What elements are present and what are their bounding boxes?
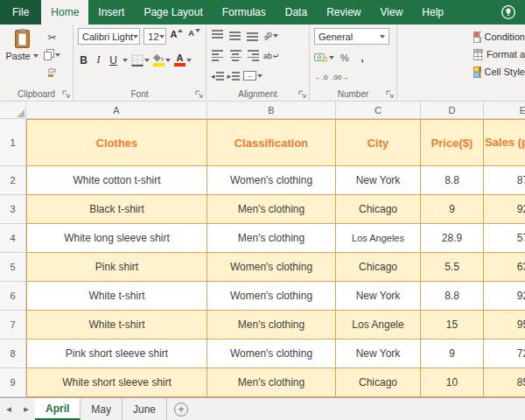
fill-color-button[interactable] [153,52,171,67]
cell[interactable]: Chicago [336,253,421,282]
cell[interactable]: Clothes [26,119,207,166]
cell[interactable]: 8.8 [421,166,484,195]
copy-button[interactable] [44,47,60,62]
format-as-table-button[interactable]: Format a [473,46,525,63]
cell[interactable]: 28.9 [421,224,484,253]
help-tab[interactable]: Help [412,0,453,24]
increase-indent-button[interactable]: ▸ [228,72,241,80]
cell[interactable]: 92 [484,282,525,311]
row-header[interactable]: 3 [0,195,26,224]
cell[interactable]: Pink shirt [26,253,207,282]
wrap-text-button[interactable]: ab↵ [263,48,280,63]
cell[interactable]: Chicago [336,368,421,397]
format-painter-button[interactable] [44,65,60,80]
cell[interactable]: Women's clothing [207,166,336,195]
cell[interactable]: Los Angeles [336,224,421,253]
formulas-tab[interactable]: Formulas [213,0,276,24]
align-center-icon[interactable] [228,50,242,61]
data-tab[interactable]: Data [276,0,317,24]
review-tab[interactable]: Review [317,0,370,24]
align-left-icon[interactable] [211,50,225,61]
decrease-decimal-button[interactable]: .00→ [332,70,348,85]
cell[interactable]: White t-shirt [26,311,207,340]
cell[interactable]: Classification [207,119,336,166]
file-tab[interactable]: File [0,0,41,24]
row-header[interactable]: 1 [0,119,26,166]
cell[interactable]: 85 [484,368,525,397]
font-name-combo[interactable]: Calibri Light [78,28,140,45]
font-size-combo[interactable]: 12 [144,28,166,45]
underline-dropdown-icon[interactable] [122,59,128,62]
cell[interactable]: 87 [484,166,525,195]
cell[interactable]: City [336,119,421,166]
cell[interactable]: Men's clothing [207,368,336,397]
cell[interactable]: Men's clothing [207,224,336,253]
column-header-e[interactable]: E [484,102,525,119]
row-header[interactable]: 8 [0,340,26,368]
page-layout-tab[interactable]: Page Layout [134,0,212,24]
cell[interactable]: 10 [421,368,484,397]
row-header[interactable]: 2 [0,166,26,195]
borders-button[interactable] [131,52,150,67]
cell[interactable]: Women's clothing [207,282,336,311]
cell[interactable]: New York [336,340,421,368]
column-header-c[interactable]: C [336,102,421,119]
cell-styles-button[interactable]: Cell Style [473,63,525,80]
cell[interactable]: 57 [484,224,525,253]
view-tab[interactable]: View [371,0,413,24]
conditional-formatting-button[interactable]: Condition [473,28,525,46]
cell[interactable]: 95 [484,311,525,340]
row-header[interactable]: 9 [0,368,26,397]
row-header[interactable]: 4 [0,224,26,253]
cell[interactable]: 8.8 [421,282,484,311]
cell[interactable]: Black t-shirt [26,195,207,224]
tell-me-lightbulb-icon[interactable] [492,0,525,24]
column-header-d[interactable]: D [421,102,484,119]
row-header[interactable]: 6 [0,282,26,311]
number-dialog-launcher[interactable] [386,90,395,99]
increase-decimal-button[interactable]: ←.0 [314,70,328,85]
cell[interactable]: Los Angele [336,311,421,340]
clipboard-dialog-launcher[interactable] [62,90,71,99]
cell[interactable]: White short sleeve shirt [26,368,207,397]
row-header[interactable]: 7 [0,311,26,340]
cell[interactable]: Women's clothing [207,253,336,282]
sheet-nav-left-icon[interactable]: ◂ [0,398,18,420]
merge-center-button[interactable]: ↔ [243,68,262,83]
number-format-combo[interactable]: General [314,28,389,45]
cell[interactable]: 92 [484,195,525,224]
orientation-button[interactable]: ab [263,28,278,43]
cell[interactable]: 5.5 [421,253,484,282]
alignment-dialog-launcher[interactable] [298,90,307,99]
comma-style-button[interactable]: , [355,50,369,65]
paste-button[interactable]: Paste [4,28,39,80]
sheet-tab-april[interactable]: April [35,398,80,420]
align-top-icon[interactable] [211,30,225,41]
cell[interactable]: 15 [421,311,484,340]
shrink-font-button[interactable]: A [187,29,201,44]
column-header-b[interactable]: B [207,102,336,119]
insert-tab[interactable]: Insert [88,0,134,24]
cell[interactable]: Sales (pieces) [484,119,525,166]
cell[interactable]: 9 [421,195,484,224]
column-header-a[interactable]: A [26,102,207,119]
font-dialog-launcher[interactable] [195,90,204,99]
cell[interactable]: 63 [484,253,525,282]
home-tab[interactable]: Home [41,0,88,24]
cell[interactable]: White t-shirt [26,282,207,311]
percent-style-button[interactable]: % [338,50,352,65]
cut-button[interactable]: ✂ [44,30,60,45]
add-sheet-button[interactable]: + [174,402,188,416]
cell[interactable]: White cotton t-shirt [26,166,207,195]
cell[interactable]: Price($) [421,119,484,166]
align-right-icon[interactable] [246,50,260,61]
sheet-tab-may[interactable]: May [80,398,122,420]
cell[interactable]: Men's clothing [207,195,336,224]
cell[interactable]: 9 [421,340,484,368]
cell[interactable]: Men's clothing [207,311,336,340]
font-color-button[interactable]: A [174,52,192,67]
underline-button[interactable]: U [108,52,119,67]
cell[interactable]: Women's clothing [207,340,336,368]
select-all-corner[interactable] [0,102,26,119]
cell[interactable]: New York [336,282,421,311]
